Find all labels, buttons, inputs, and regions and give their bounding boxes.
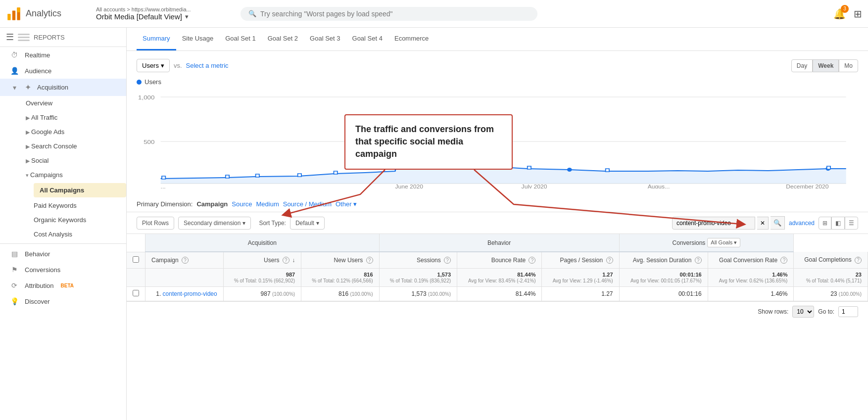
col-group-header-row: Acquisition Behavior Conversions All Goa… xyxy=(127,234,868,252)
sort-type-dropdown[interactable]: Default ▾ xyxy=(290,217,325,230)
row-pages-session-cell: 1.27 xyxy=(542,286,619,301)
tab-goal-set-3[interactable]: Goal Set 3 xyxy=(304,28,346,50)
sort-type-label: Sort Type: xyxy=(259,220,286,227)
beta-badge: BETA xyxy=(61,283,74,288)
sidebar-social-label: Social xyxy=(31,157,48,164)
search-bar[interactable]: 🔍 xyxy=(241,7,537,21)
sidebar-item-all-traffic[interactable]: ▶ All Traffic xyxy=(26,110,126,125)
th-sessions: Sessions ? xyxy=(379,252,457,268)
tab-ecommerce[interactable]: Ecommerce xyxy=(388,28,434,50)
annotation-box: The traffic and conversions from that sp… xyxy=(344,114,513,170)
table-wrapper: Acquisition Behavior Conversions All Goa… xyxy=(127,234,868,301)
search-input[interactable] xyxy=(260,10,530,18)
sidebar-item-search-console[interactable]: ▶ Search Console xyxy=(26,139,126,153)
totals-pages-session-cell: 1.27 Avg for View: 1.29 (-1.46%) xyxy=(542,268,619,286)
sidebar-item-discover[interactable]: 💡 Discover xyxy=(0,293,126,309)
filter-clear-button[interactable]: ✕ xyxy=(757,217,769,230)
sidebar-campaigns-arrow: ▾ xyxy=(26,172,30,178)
time-btn-month[interactable]: Mo xyxy=(839,59,858,72)
dim-source[interactable]: Source xyxy=(232,200,252,208)
th-pages-session: Pages / Session ? xyxy=(542,252,619,268)
attribution-icon: ⟳ xyxy=(10,281,19,289)
filter-input[interactable] xyxy=(672,217,755,230)
sidebar-item-google-ads[interactable]: ▶ Google Ads xyxy=(26,125,126,139)
sidebar-google-ads-label: Google Ads xyxy=(31,128,64,136)
sidebar-item-organic-keywords[interactable]: Organic Keywords xyxy=(34,213,126,227)
table-row: 1. content-promo-video 987 (100.00%) 816… xyxy=(127,286,868,301)
show-rows-select[interactable]: 10 25 50 xyxy=(792,306,814,318)
legend-label: Users xyxy=(145,78,161,86)
row-bounce-rate-cell: 81.44% xyxy=(457,286,542,301)
row-campaign-link[interactable]: content-promo-video xyxy=(163,290,217,297)
totals-new-users-sub: % of Total: 0.12% (664,566) xyxy=(312,278,373,283)
sidebar-item-campaigns[interactable]: ▾ Campaigns xyxy=(26,168,126,182)
row-goal-completions-pct: (100.00%) xyxy=(839,291,862,297)
secondary-dimension-dropdown[interactable]: Secondary dimension ▾ xyxy=(178,217,251,230)
svg-rect-21 xyxy=(226,175,229,178)
th-users[interactable]: Users ? ↓ xyxy=(223,252,301,268)
sidebar-item-acquisition[interactable]: ▾ ✦ Acquisition xyxy=(0,79,126,96)
sidebar-all-traffic-label: All Traffic xyxy=(31,114,57,121)
tab-summary[interactable]: Summary xyxy=(137,28,176,50)
sidebar-item-attribution[interactable]: ⟳ Attribution BETA xyxy=(0,278,126,293)
metric-dropdown-button[interactable]: Users ▾ xyxy=(137,59,170,72)
dim-medium[interactable]: Medium xyxy=(256,200,279,208)
audience-icon: 👤 xyxy=(10,67,19,75)
dropdown-arrow-icon[interactable]: ▾ xyxy=(185,13,189,20)
col-header-row: Campaign ? Users ? ↓ New Users ? Session… xyxy=(127,252,868,268)
view-table-button[interactable]: ⊞ xyxy=(819,217,831,230)
sidebar-item-overview[interactable]: Overview xyxy=(26,96,126,110)
totals-pages-session-sub: Avg for View: 1.29 (-1.46%) xyxy=(553,278,613,283)
sidebar-item-all-campaigns[interactable]: All Campaigns xyxy=(34,183,126,197)
sidebar-item-social[interactable]: ▶ Social xyxy=(26,153,126,168)
menu-icon[interactable]: ☰ xyxy=(6,32,14,43)
view-icons: ⊞ ◧ ☰ xyxy=(819,217,858,230)
dim-source-medium[interactable]: Source / Medium xyxy=(283,200,332,208)
svg-rect-28 xyxy=(827,166,830,169)
row-goal-completions-cell: 23 (100.00%) xyxy=(794,286,868,301)
dim-campaign[interactable]: Campaign xyxy=(196,200,228,208)
filter-search-button[interactable]: 🔍 xyxy=(771,216,785,230)
sidebar-search-console-label: Search Console xyxy=(31,142,77,150)
totals-users-value: 987 xyxy=(286,272,295,278)
conversions-icon: ⚑ xyxy=(10,266,19,274)
time-btn-week[interactable]: Week xyxy=(813,59,839,72)
avg-duration-help-icon: ? xyxy=(695,257,702,264)
tab-goal-set-2[interactable]: Goal Set 2 xyxy=(262,28,304,50)
breadcrumb-area: All accounts > https://www.orbitmedia...… xyxy=(96,6,235,21)
col-group-acquisition: Acquisition xyxy=(145,234,380,252)
tab-goal-set-1[interactable]: Goal Set 1 xyxy=(219,28,261,50)
row-checkbox[interactable] xyxy=(133,290,139,296)
th-avg-duration: Avg. Session Duration ? xyxy=(619,252,708,268)
totals-sessions-value: 1,573 xyxy=(437,272,451,278)
select-all-checkbox[interactable] xyxy=(133,256,139,263)
row-campaign-cell: 1. content-promo-video xyxy=(145,286,224,301)
sidebar-item-realtime[interactable]: ⏱ Realtime xyxy=(0,47,126,63)
view-list-button[interactable]: ☰ xyxy=(845,217,858,230)
row-pages-session-value: 1.27 xyxy=(601,290,613,297)
notification-button[interactable]: 🔔 3 xyxy=(833,8,846,20)
sidebar-item-behavior[interactable]: ▤ Behavior xyxy=(0,246,126,262)
row-goal-conv-rate-cell: 1.46% xyxy=(708,286,794,301)
dim-other[interactable]: Other ▾ xyxy=(336,200,357,208)
goto-input[interactable] xyxy=(838,306,858,317)
sidebar-item-cost-analysis[interactable]: Cost Analysis xyxy=(34,227,126,241)
sidebar-item-paid-keywords[interactable]: Paid Keywords xyxy=(34,198,126,213)
notification-badge: 3 xyxy=(841,5,849,13)
all-goals-dropdown[interactable]: All Goals ▾ xyxy=(707,238,740,247)
view-pie-button[interactable]: ◧ xyxy=(831,217,845,230)
data-table: Acquisition Behavior Conversions All Goa… xyxy=(127,234,868,301)
table-footer: Show rows: 10 25 50 Go to: xyxy=(127,301,868,322)
svg-rect-20 xyxy=(162,176,165,179)
tab-goal-set-4[interactable]: Goal Set 4 xyxy=(346,28,388,50)
svg-rect-0 xyxy=(7,14,10,20)
plot-rows-button[interactable]: Plot Rows xyxy=(137,217,174,230)
time-btn-day[interactable]: Day xyxy=(791,59,813,72)
sidebar-item-audience[interactable]: 👤 Audience xyxy=(0,63,126,79)
advanced-link[interactable]: advanced xyxy=(789,220,815,227)
row-checkbox-cell xyxy=(127,286,145,301)
sidebar-item-conversions[interactable]: ⚑ Conversions xyxy=(0,262,126,278)
tab-site-usage[interactable]: Site Usage xyxy=(176,28,220,50)
apps-grid-icon[interactable]: ⊞ xyxy=(854,8,862,20)
select-metric-link[interactable]: Select a metric xyxy=(186,62,229,69)
